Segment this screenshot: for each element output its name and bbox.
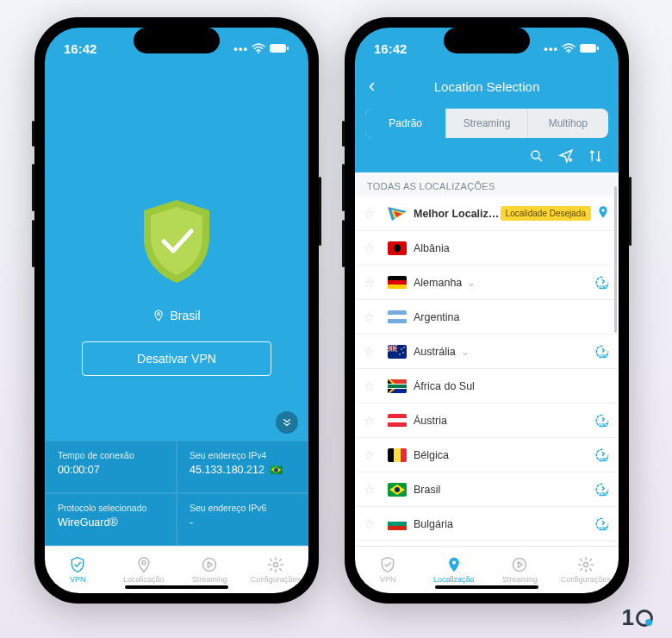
status-time: 16:42 (64, 41, 96, 56)
chevron-down-icon: ⌄ (461, 346, 470, 358)
current-location[interactable]: Brasil (152, 309, 200, 322)
svg-text:10G: 10G (599, 456, 607, 461)
favorite-star-icon[interactable]: ☆ (364, 447, 381, 463)
svg-point-33 (583, 563, 588, 567)
tab-settings[interactable]: Configurações (243, 547, 309, 593)
flag-albania-icon (388, 241, 407, 255)
desired-location-badge: Localidade Desejada (501, 206, 591, 221)
segment-standard[interactable]: Padrão (365, 109, 446, 138)
pin-filled-icon[interactable] (596, 205, 610, 222)
expand-info-button[interactable] (276, 411, 298, 434)
location-header: ‹ Location Selection Padrão Streaming Mu… (355, 69, 619, 172)
cellular-icon: ••• (233, 42, 248, 55)
svg-point-3 (158, 313, 160, 316)
flag-belgium-icon (388, 448, 407, 462)
segment-multihop[interactable]: Multihop (528, 109, 608, 138)
section-header: TODAS AS LOCALIZAÇÕES (355, 172, 619, 197)
notch (444, 28, 530, 53)
favorite-star-icon[interactable]: ☆ (364, 241, 381, 256)
svg-point-4 (142, 560, 146, 564)
location-arrow-add-icon[interactable] (558, 148, 574, 164)
pin-icon (445, 556, 463, 573)
wifi-icon (252, 43, 265, 53)
flag-austria-icon (388, 414, 407, 428)
pin-icon (152, 310, 165, 322)
row-germany[interactable]: ☆ Alemanha ⌄ 10G (355, 266, 619, 300)
svg-text:10G: 10G (599, 422, 607, 427)
row-albania[interactable]: ☆ Albânia (355, 231, 619, 266)
flag-bulgaria-icon (388, 517, 407, 531)
back-button[interactable]: ‹ (369, 75, 375, 97)
row-best-location[interactable]: ☆ Melhor Localiza... Localidade Desejada (355, 197, 619, 231)
wifi-icon (562, 43, 576, 53)
home-indicator[interactable] (435, 585, 538, 589)
tab-vpn[interactable]: VPN (355, 547, 421, 593)
favorite-star-icon[interactable]: ☆ (364, 344, 381, 360)
favorite-star-icon[interactable]: ☆ (364, 482, 381, 497)
best-location-icon (388, 207, 407, 221)
favorite-star-icon[interactable]: ☆ (364, 516, 381, 532)
svg-point-5 (203, 559, 216, 572)
shield-connected-icon (138, 198, 215, 285)
battery-icon (579, 43, 600, 53)
svg-text:10G: 10G (599, 353, 607, 358)
cell-ipv4: Seu endereço IPv4 45.133.180.212🇧🇷 (177, 441, 308, 493)
scrollbar[interactable] (614, 186, 617, 333)
chevron-down-icon: ⌄ (467, 277, 476, 289)
gear-icon (577, 556, 594, 573)
location-list[interactable]: TODAS AS LOCALIZAÇÕES ☆ Melhor Localiza.… (355, 172, 619, 546)
flag-brazil-icon (388, 483, 407, 497)
battery-icon (269, 43, 289, 53)
status-time: 16:42 (374, 41, 407, 56)
connection-info-grid: Tempo de conexão 00:00:07 Seu endereço I… (45, 441, 308, 546)
favorite-star-icon[interactable]: ☆ (364, 413, 381, 428)
favorite-star-icon[interactable]: ☆ (364, 378, 381, 394)
phone-locations: 16:42 ••• ‹ Location Selection Padrão St… (345, 17, 629, 604)
search-icon[interactable] (529, 148, 544, 164)
vpn-main-panel: Brasil Desativar VPN Tempo de conexão 00… (45, 69, 308, 546)
flag-australia-icon (388, 345, 407, 359)
svg-rect-8 (580, 44, 596, 53)
row-brazil[interactable]: ☆ Brasil 10G (355, 472, 619, 507)
svg-point-6 (273, 563, 277, 567)
cellular-icon: ••• (544, 42, 558, 55)
tab-settings[interactable]: Configurações (553, 547, 619, 593)
svg-point-7 (568, 52, 569, 53)
svg-point-0 (258, 52, 259, 53)
flag-germany-icon (388, 276, 407, 290)
ten-gig-badge: 10G (594, 344, 610, 360)
svg-point-31 (452, 560, 456, 564)
gear-icon (267, 556, 284, 573)
notch (134, 28, 220, 53)
phone-vpn: 16:42 ••• (34, 17, 319, 604)
play-circle-icon (201, 556, 218, 573)
row-bulgaria[interactable]: ☆ Bulgária 10G (355, 507, 619, 541)
segment-streaming[interactable]: Streaming (446, 109, 527, 138)
watermark-logo: 1 (622, 604, 653, 631)
home-indicator[interactable] (125, 585, 228, 589)
cell-connection-time: Tempo de conexão 00:00:07 (45, 441, 177, 493)
svg-text:10G: 10G (599, 491, 607, 496)
svg-point-10 (532, 151, 539, 159)
sort-icon[interactable] (588, 148, 603, 164)
row-argentina[interactable]: ☆ Argentina (355, 300, 619, 335)
svg-point-18 (402, 352, 404, 353)
flag-brazil-icon: 🇧🇷 (270, 464, 283, 476)
tab-vpn[interactable]: VPN (45, 547, 111, 593)
row-australia[interactable]: ☆ Austrália ⌄ 10G (355, 335, 619, 369)
segment-control: Padrão Streaming Multihop (365, 109, 608, 138)
ten-gig-badge: 10G (594, 447, 610, 463)
row-south-africa[interactable]: ☆ África do Sul (355, 369, 619, 403)
shield-check-icon (379, 556, 396, 573)
row-austria[interactable]: ☆ Áustria 10G (355, 403, 619, 438)
location-label: Brasil (170, 309, 200, 322)
row-belgium[interactable]: ☆ Bélgica 10G (355, 438, 619, 472)
favorite-star-icon[interactable]: ☆ (364, 310, 381, 325)
svg-point-17 (401, 348, 402, 350)
play-circle-icon (511, 556, 528, 573)
favorite-star-icon[interactable]: ☆ (364, 206, 381, 222)
page-title: Location Selection (365, 79, 608, 94)
svg-rect-1 (270, 44, 286, 53)
favorite-star-icon[interactable]: ☆ (364, 275, 381, 291)
disable-vpn-button[interactable]: Desativar VPN (82, 341, 271, 376)
